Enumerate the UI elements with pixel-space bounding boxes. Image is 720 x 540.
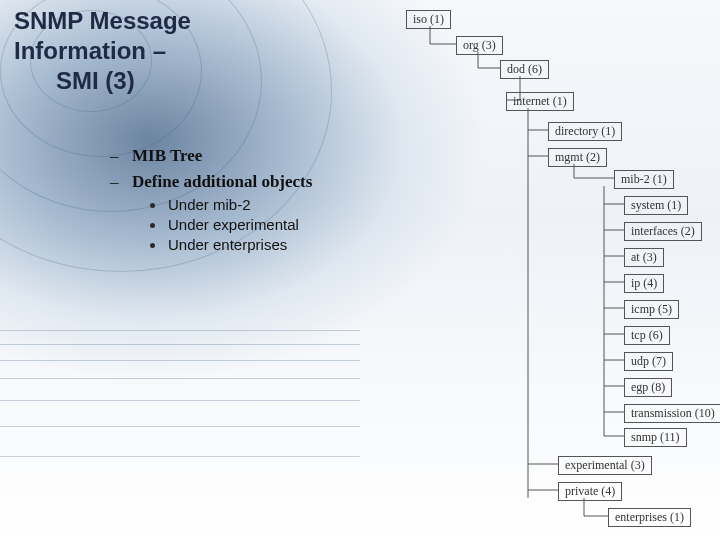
node-interfaces: interfaces (2)	[624, 222, 702, 241]
node-at: at (3)	[624, 248, 664, 267]
node-mib2: mib-2 (1)	[614, 170, 674, 189]
bullet-mib-tree: MIB Tree	[110, 146, 390, 166]
node-enterprises: enterprises (1)	[608, 508, 691, 527]
mib-tree-diagram: iso (1) org (3) dod (6) internet (1) dir…	[398, 8, 714, 536]
title-line-1: SNMP Message	[14, 6, 354, 36]
node-system: system (1)	[624, 196, 688, 215]
node-private: private (4)	[558, 482, 622, 501]
title-line-2: Information –	[14, 36, 354, 66]
node-snmp: snmp (11)	[624, 428, 687, 447]
node-internet: internet (1)	[506, 92, 574, 111]
slide-title: SNMP Message Information – SMI (3)	[14, 6, 354, 96]
node-mgmt: mgmt (2)	[548, 148, 607, 167]
subbullet-enterprises: Under enterprises	[146, 236, 390, 253]
bullet-define-label: Define additional objects	[132, 172, 312, 191]
node-dod: dod (6)	[500, 60, 549, 79]
node-directory: directory (1)	[548, 122, 622, 141]
node-ip: ip (4)	[624, 274, 664, 293]
subbullet-experimental: Under experimental	[146, 216, 390, 233]
bullet-define-additional: Define additional objects Under mib-2 Un…	[110, 172, 390, 253]
node-egp: egp (8)	[624, 378, 672, 397]
slide-body: MIB Tree Define additional objects Under…	[110, 146, 390, 259]
node-icmp: icmp (5)	[624, 300, 679, 319]
bg-streaks	[0, 330, 360, 510]
node-org: org (3)	[456, 36, 503, 55]
node-transmission: transmission (10)	[624, 404, 720, 423]
slide: SNMP Message Information – SMI (3) MIB T…	[0, 0, 720, 540]
subbullet-mib2: Under mib-2	[146, 196, 390, 213]
node-udp: udp (7)	[624, 352, 673, 371]
node-tcp: tcp (6)	[624, 326, 670, 345]
node-iso: iso (1)	[406, 10, 451, 29]
title-line-3: SMI (3)	[14, 66, 354, 96]
node-experimental: experimental (3)	[558, 456, 652, 475]
